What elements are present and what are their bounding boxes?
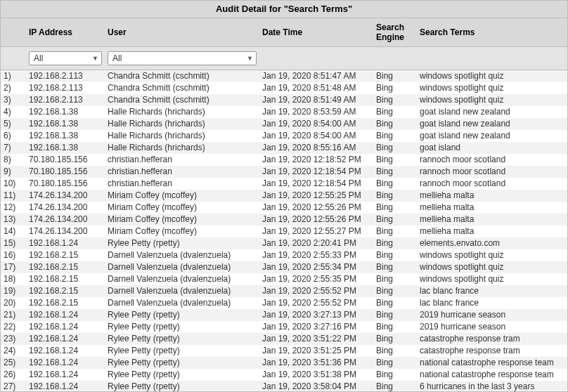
cell-ip: 192.168.2.15 xyxy=(26,273,105,285)
table-row[interactable]: 16)192.168.2.15Darnell Valenzuela (dvale… xyxy=(1,249,567,261)
row-number: 15) xyxy=(1,237,26,249)
table-row[interactable]: 3)192.168.2.113Chandra Schmitt (cschmitt… xyxy=(1,94,567,106)
table-row[interactable]: 27)192.168.1.24Rylee Petty (rpetty)Jan 1… xyxy=(1,381,567,391)
table-row[interactable]: 14)174.26.134.200Miriam Coffey (mcoffey)… xyxy=(1,226,567,237)
cell-user: Darnell Valenzuela (dvalenzuela) xyxy=(105,249,259,261)
cell-ip: 192.168.1.38 xyxy=(26,142,105,154)
cell-engine: Bing xyxy=(373,249,417,261)
table-row[interactable]: 12)174.26.134.200Miriam Coffey (mcoffey)… xyxy=(1,202,567,214)
table-row[interactable]: 18)192.168.2.15Darnell Valenzuela (dvale… xyxy=(1,273,567,285)
cell-ip: 192.168.1.24 xyxy=(26,321,105,333)
row-number: 2) xyxy=(1,82,26,94)
row-number: 1) xyxy=(1,70,26,82)
cell-ip: 192.168.1.24 xyxy=(26,237,105,249)
column-header-ip[interactable]: IP Address xyxy=(26,23,105,41)
cell-user: Darnell Valenzuela (dvalenzuela) xyxy=(105,261,259,273)
table-row[interactable]: 23)192.168.1.24Rylee Petty (rpetty)Jan 1… xyxy=(1,333,567,345)
row-number: 14) xyxy=(1,226,26,237)
table-row[interactable]: 26)192.168.1.24Rylee Petty (rpetty)Jan 1… xyxy=(1,369,567,381)
row-number: 27) xyxy=(1,381,26,391)
cell-terms: rannoch moor scotland xyxy=(417,166,567,178)
cell-ip: 192.168.1.24 xyxy=(26,369,105,381)
cell-terms: mellieha malta xyxy=(417,226,567,237)
column-header-datetime[interactable]: Date Time xyxy=(259,23,373,41)
row-number: 13) xyxy=(1,214,26,226)
cell-terms: elements.envato.com xyxy=(417,237,567,249)
row-number: 19) xyxy=(1,285,26,297)
cell-user: christian.hefferan xyxy=(105,154,259,166)
table-row[interactable]: 22)192.168.1.24Rylee Petty (rpetty)Jan 1… xyxy=(1,321,567,333)
filter-ip-select[interactable]: All ▼ xyxy=(29,51,102,65)
cell-datetime: Jan 19, 2020 8:51:49 AM xyxy=(259,94,373,106)
cell-engine: Bing xyxy=(373,178,417,190)
table-row[interactable]: 6)192.168.1.38Halle Richards (hrichards)… xyxy=(1,130,567,142)
cell-datetime: Jan 19, 2020 3:27:13 PM xyxy=(259,309,373,321)
cell-terms: 2019 hurricane season xyxy=(417,309,567,321)
table-row[interactable]: 15)192.168.1.24Rylee Petty (rpetty)Jan 1… xyxy=(1,237,567,249)
row-number: 25) xyxy=(1,357,26,369)
table-row[interactable]: 9)70.180.185.156christian.hefferanJan 19… xyxy=(1,166,567,178)
cell-ip: 192.168.1.38 xyxy=(26,106,105,118)
chevron-down-icon: ▼ xyxy=(247,55,253,62)
cell-engine: Bing xyxy=(373,142,417,154)
cell-ip: 192.168.2.15 xyxy=(26,249,105,261)
cell-engine: Bing xyxy=(373,214,417,226)
cell-engine: Bing xyxy=(373,333,417,345)
cell-ip: 192.168.2.15 xyxy=(26,285,105,297)
row-number: 23) xyxy=(1,333,26,345)
column-header-engine[interactable]: Search Engine xyxy=(373,18,417,46)
cell-terms: 2019 hurricane season xyxy=(417,321,567,333)
audit-detail-panel: Audit Detail for "Search Terms" IP Addre… xyxy=(0,0,568,392)
cell-datetime: Jan 19, 2020 2:55:52 PM xyxy=(259,297,373,309)
cell-engine: Bing xyxy=(373,261,417,273)
cell-user: Halle Richards (hrichards) xyxy=(105,142,259,154)
table-row[interactable]: 19)192.168.2.15Darnell Valenzuela (dvale… xyxy=(1,285,567,297)
table-row[interactable]: 11)174.26.134.200Miriam Coffey (mcoffey)… xyxy=(1,190,567,202)
cell-terms: windows spotlight quiz xyxy=(417,273,567,285)
cell-datetime: Jan 19, 2020 3:51:25 PM xyxy=(259,345,373,357)
cell-engine: Bing xyxy=(373,321,417,333)
table-row[interactable]: 24)192.168.1.24Rylee Petty (rpetty)Jan 1… xyxy=(1,345,567,357)
filter-user-select[interactable]: All ▼ xyxy=(108,51,257,65)
table-row[interactable]: 8)70.180.185.156christian.hefferanJan 19… xyxy=(1,154,567,166)
cell-datetime: Jan 19, 2020 3:51:36 PM xyxy=(259,357,373,369)
filter-user-value: All xyxy=(112,53,122,63)
cell-ip: 192.168.1.38 xyxy=(26,118,105,130)
cell-user: Darnell Valenzuela (dvalenzuela) xyxy=(105,273,259,285)
row-number: 12) xyxy=(1,202,26,214)
table-row[interactable]: 7)192.168.1.38Halle Richards (hrichards)… xyxy=(1,142,567,154)
cell-engine: Bing xyxy=(373,106,417,118)
filter-row: All ▼ All ▼ xyxy=(1,47,567,70)
table-row[interactable]: 1)192.168.2.113Chandra Schmitt (cschmitt… xyxy=(1,70,567,82)
cell-terms: national catastrophe response team xyxy=(417,369,567,381)
cell-ip: 174.26.134.200 xyxy=(26,214,105,226)
cell-datetime: Jan 19, 2020 8:55:16 AM xyxy=(259,142,373,154)
cell-terms: lac blanc france xyxy=(417,285,567,297)
table-row[interactable]: 2)192.168.2.113Chandra Schmitt (cschmitt… xyxy=(1,82,567,94)
column-header-terms[interactable]: Search Terms xyxy=(417,23,567,41)
cell-user: Chandra Schmitt (cschmitt) xyxy=(105,82,259,94)
column-header-user[interactable]: User xyxy=(105,23,259,41)
table-row[interactable]: 25)192.168.1.24Rylee Petty (rpetty)Jan 1… xyxy=(1,357,567,369)
table-row[interactable]: 17)192.168.2.15Darnell Valenzuela (dvale… xyxy=(1,261,567,273)
cell-datetime: Jan 19, 2020 3:51:22 PM xyxy=(259,333,373,345)
cell-user: Rylee Petty (rpetty) xyxy=(105,381,259,391)
cell-ip: 192.168.2.15 xyxy=(26,261,105,273)
cell-terms: catastrophe response tram xyxy=(417,333,567,345)
table-row[interactable]: 5)192.168.1.38Halle Richards (hrichards)… xyxy=(1,118,567,130)
table-row[interactable]: 4)192.168.1.38Halle Richards (hrichards)… xyxy=(1,106,567,118)
row-number: 26) xyxy=(1,369,26,381)
cell-terms: windows spotlight quiz xyxy=(417,94,567,106)
table-row[interactable]: 10)70.180.185.156christian.hefferanJan 1… xyxy=(1,178,567,190)
cell-datetime: Jan 19, 2020 12:18:54 PM xyxy=(259,166,373,178)
cell-ip: 192.168.2.113 xyxy=(26,82,105,94)
cell-terms: goat island new zealand xyxy=(417,118,567,130)
table-row[interactable]: 13)174.26.134.200Miriam Coffey (mcoffey)… xyxy=(1,214,567,226)
table-row[interactable]: 20)192.168.2.15Darnell Valenzuela (dvale… xyxy=(1,297,567,309)
row-number: 6) xyxy=(1,130,26,142)
table-row[interactable]: 21)192.168.1.24Rylee Petty (rpetty)Jan 1… xyxy=(1,309,567,321)
cell-datetime: Jan 19, 2020 12:55:27 PM xyxy=(259,226,373,237)
cell-ip: 192.168.1.24 xyxy=(26,357,105,369)
row-number: 16) xyxy=(1,249,26,261)
filter-ip-value: All xyxy=(34,53,43,63)
